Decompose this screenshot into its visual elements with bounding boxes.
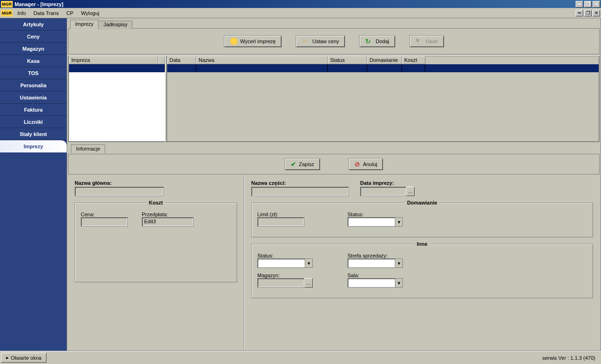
col-data[interactable]: Data [167, 56, 196, 64]
price-event-label: Wyceń imprezę [240, 38, 276, 44]
price-event-button[interactable]: Wyceń imprezę [224, 35, 282, 47]
menu-wyloguj[interactable]: Wyloguj [77, 9, 103, 17]
close-button[interactable]: ✕ [593, 1, 600, 8]
sidebar-item-artykuly[interactable]: Artykuły [0, 18, 67, 30]
titlebar: MGR Manager - [Imprezy] ━ ❐ ✕ [0, 0, 601, 8]
chevron-down-icon: ▾ [305, 259, 312, 267]
child-close-button[interactable]: ✕ [593, 10, 600, 16]
magazyn-picker-button[interactable]: … [304, 278, 313, 288]
legend-inne: Inne [414, 241, 431, 247]
input-cena[interactable] [81, 217, 128, 227]
status-version: serwis Ver : 1.1.3 (470) [538, 355, 600, 361]
sidebar-item-imprezy[interactable]: Imprezy [0, 140, 67, 152]
label-nazwa-glowna: Nazwa główna: [75, 180, 237, 186]
sidebar: Artykuły Ceny Magazyn Kasa TOS Personali… [0, 18, 67, 351]
main-area: Imprezy Jadłospisy Wyceń imprezę ☼ Ustaw… [67, 18, 601, 351]
label-przedplata: Przedpłata: [142, 212, 193, 217]
menu-info[interactable]: Info [14, 9, 30, 17]
sidebar-item-magazyn[interactable]: Magazyn [0, 43, 67, 55]
group-domawianie: Domawianie Limit (zł): Status: ▾ [251, 203, 593, 237]
sidebar-item-kasa[interactable]: Kasa [0, 55, 67, 67]
select-sala[interactable]: ▾ [347, 278, 403, 288]
menubar: MGR Info Data Trans CP Wyloguj ━ ❐ ✕ [0, 8, 601, 18]
legend-koszt: Koszt [146, 200, 166, 205]
select-strefa[interactable]: ▾ [347, 258, 403, 268]
chevron-down-icon: ▾ [395, 218, 402, 226]
child-minimize-button[interactable]: ━ [576, 10, 583, 16]
sidebar-item-ustawienia[interactable]: Ustawienia [0, 91, 67, 104]
open-windows-button[interactable]: ▸ Otwarte okna [1, 353, 46, 363]
label-data-imprezy: Data imprezy: [360, 180, 415, 186]
gear-icon: ☼ [302, 38, 309, 45]
add-button[interactable]: ↻ Dodaj [359, 35, 395, 47]
input-nazwa-glowna[interactable] [75, 187, 164, 196]
group-inne: Inne Status: ▾ Strefa sprzedaży: ▾ [251, 244, 593, 298]
select-status-inne[interactable]: ▾ [257, 258, 313, 268]
select-status-dom[interactable]: ▾ [347, 217, 403, 227]
menu-badge: MGR [1, 10, 13, 16]
label-limit: Limit (zł): [257, 212, 304, 217]
date-picker-button[interactable]: … [406, 187, 415, 196]
sidebar-item-personalia[interactable]: Personalia [0, 79, 67, 91]
label-magazyn: Magazyn: [257, 273, 313, 278]
sidebar-item-ceny[interactable]: Ceny [0, 30, 67, 43]
input-limit[interactable] [257, 217, 304, 227]
maximize-button[interactable]: ❐ [584, 1, 592, 8]
add-label: Dodaj [376, 38, 389, 44]
minimize-button[interactable]: ━ [576, 1, 583, 8]
grid-details[interactable]: Data Nazwa Status Domawianie Koszt [167, 56, 599, 142]
form-right: Nazwa części: Data imprezy: … Domawianie [244, 175, 600, 349]
tab-imprezy[interactable]: Imprezy [70, 20, 99, 29]
refresh-icon: ↻ [365, 38, 373, 45]
cancel-button[interactable]: ⊘ Anuluj [348, 158, 384, 170]
menu-data-trans[interactable]: Data Trans [30, 9, 62, 17]
sidebar-item-liczniki[interactable]: Liczniki [0, 116, 67, 128]
label-status-inne: Status: [257, 253, 313, 258]
window-title: Manager - [Imprezy] [15, 1, 575, 7]
main-tabstrip: Imprezy Jadłospisy [68, 19, 600, 28]
tab-informacje[interactable]: Informacje [71, 144, 105, 153]
coin-icon [230, 38, 238, 45]
chevron-down-icon: ▾ [395, 279, 402, 287]
col-domawianie[interactable]: Domawianie [367, 56, 402, 64]
chevron-down-icon: ▾ [395, 259, 402, 267]
col-impreza[interactable]: Impreza [69, 56, 158, 64]
set-prices-button[interactable]: ☼ Ustaw ceny [296, 35, 345, 47]
sidebar-item-faktura[interactable]: Faktura [0, 104, 67, 116]
delete-icon: ✖ [416, 38, 423, 45]
form-left: Nazwa główna: Koszt Cena: Przedpłata: Ed… [68, 175, 244, 349]
sidebar-item-tos[interactable]: TOS [0, 67, 67, 79]
tab-jadlospisy[interactable]: Jadłospisy [98, 21, 132, 30]
statusbar: ▸ Otwarte okna serwis Ver : 1.1.3 (470) [0, 351, 601, 364]
save-button[interactable]: ✔ Zapisz [285, 158, 320, 170]
app-badge: MGR [1, 1, 13, 8]
sidebar-item-staly-klient[interactable]: Stały klient [0, 128, 67, 140]
col-nazwa[interactable]: Nazwa [196, 56, 328, 64]
label-strefa: Strefa sprzedaży: [347, 253, 403, 258]
col-koszt[interactable]: Koszt [402, 56, 425, 64]
input-nazwa-czesci[interactable] [251, 187, 349, 196]
input-data-imprezy[interactable] [360, 187, 406, 196]
child-maximize-button[interactable]: ❐ [584, 10, 592, 16]
label-nazwa-czesci: Nazwa części: [251, 180, 349, 186]
group-koszt: Koszt Cena: Przedpłata: Edit3 [75, 203, 237, 282]
grid-impreza[interactable]: Impreza [69, 56, 165, 142]
label-status-dom: Status: [347, 212, 403, 217]
input-magazyn[interactable] [257, 278, 304, 288]
triangle-right-icon: ▸ [6, 355, 9, 361]
save-label: Zapisz [299, 161, 314, 167]
label-cena: Cena: [81, 212, 128, 217]
set-prices-label: Ustaw ceny [312, 38, 339, 44]
open-windows-label: Otwarte okna [11, 355, 41, 361]
cancel-icon: ⊘ [354, 160, 360, 168]
col-status[interactable]: Status [328, 56, 367, 64]
check-icon: ✔ [291, 160, 296, 168]
col-spacer [158, 56, 165, 64]
menu-cp[interactable]: CP [62, 9, 77, 17]
input-przedplata[interactable]: Edit3 [142, 217, 193, 227]
info-tabstrip: Informacje [68, 142, 600, 153]
label-sala: Sala: [347, 273, 403, 278]
delete-button[interactable]: ✖ Usuń [409, 35, 444, 47]
legend-domawianie: Domawianie [404, 200, 440, 205]
cancel-label: Anuluj [363, 161, 378, 167]
